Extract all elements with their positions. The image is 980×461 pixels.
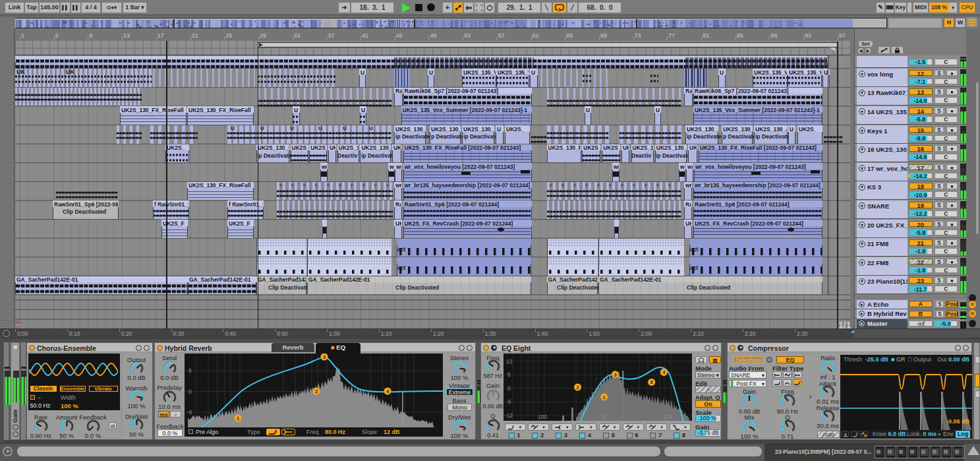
svg-text:10k: 10k — [664, 414, 673, 420]
svg-text:100: 100 — [538, 414, 547, 420]
svg-text:6: 6 — [507, 371, 511, 378]
svg-text:1k: 1k — [601, 414, 608, 420]
svg-text:3: 3 — [323, 354, 326, 360]
svg-text:3: 3 — [614, 371, 616, 377]
svg-text:-6: -6 — [506, 398, 511, 405]
svg-text:10k: 10k — [412, 421, 421, 427]
svg-text:100: 100 — [236, 421, 245, 427]
svg-text:6: 6 — [188, 367, 192, 374]
svg-text:-0.06 dB: -0.06 dB — [946, 418, 969, 425]
svg-text:0: 0 — [188, 388, 192, 395]
svg-text:2: 2 — [315, 388, 318, 394]
svg-text:-12: -12 — [505, 412, 513, 419]
svg-text:0: 0 — [507, 385, 511, 392]
svg-text:1k: 1k — [328, 421, 335, 427]
svg-text:12: 12 — [506, 358, 513, 365]
svg-text:2: 2 — [576, 384, 579, 390]
svg-text:-6: -6 — [187, 409, 192, 415]
svg-text:8: 8 — [650, 379, 653, 385]
svg-text:1: 1 — [603, 394, 606, 400]
